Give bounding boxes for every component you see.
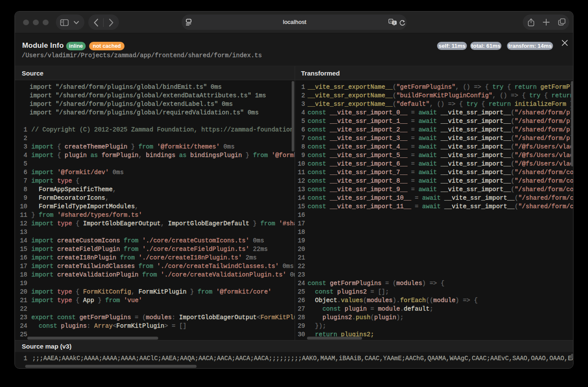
svg-text:A: A xyxy=(390,20,392,23)
svg-text:文: 文 xyxy=(393,21,396,25)
